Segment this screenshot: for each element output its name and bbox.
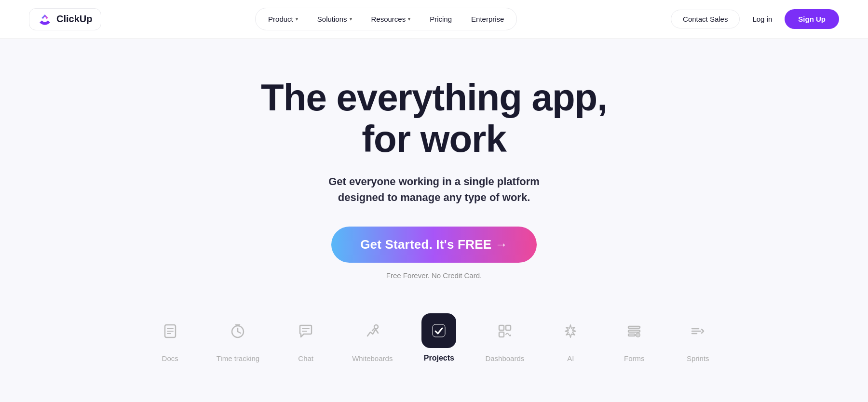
docs-icon: [162, 322, 179, 340]
tab-chat[interactable]: Chat: [274, 309, 338, 367]
svg-rect-12: [433, 324, 445, 337]
navbar: ClickUp Product ▾ Solutions ▾ Resources …: [0, 0, 868, 39]
svg-line-6: [238, 332, 241, 333]
time-tracking-label: Time tracking: [217, 354, 259, 362]
product-chevron: ▾: [296, 16, 298, 22]
ai-icon: [562, 322, 579, 340]
forms-icon: [625, 322, 643, 340]
svg-rect-15: [499, 332, 504, 337]
time-tracking-icon-wrap: [220, 314, 255, 348]
sprints-icon-wrap: [680, 314, 715, 348]
nav-pricing[interactable]: Pricing: [421, 11, 461, 27]
tab-sprints[interactable]: Sprints: [666, 309, 730, 367]
svg-rect-14: [506, 325, 511, 330]
clickup-logo-icon: [38, 13, 52, 26]
projects-icon: [430, 322, 448, 339]
whiteboards-icon: [364, 322, 381, 340]
sprints-label: Sprints: [687, 354, 709, 362]
tab-dashboards[interactable]: Dashboards: [471, 309, 539, 367]
hero-title: The everything app, for work: [261, 77, 607, 160]
login-button[interactable]: Log in: [746, 10, 779, 28]
ai-label: AI: [567, 354, 574, 362]
nav-left: ClickUp: [29, 8, 101, 30]
hero-subtitle: Get everyone working in a single platfor…: [328, 174, 540, 205]
hero-section: The everything app, for work Get everyon…: [0, 39, 868, 387]
dashboards-icon-wrap: [488, 314, 522, 348]
feature-tabs: Docs Time tracking: [10, 308, 858, 367]
docs-label: Docs: [162, 354, 178, 362]
nav-product[interactable]: Product ▾: [259, 11, 307, 27]
nav-right: Contact Sales Log in Sign Up: [671, 9, 839, 29]
tab-whiteboards[interactable]: Whiteboards: [338, 309, 407, 367]
signup-button[interactable]: Sign Up: [785, 9, 839, 29]
chat-icon: [297, 322, 314, 340]
ai-icon-wrap: [553, 314, 588, 348]
nav-solutions[interactable]: Solutions ▾: [309, 11, 361, 27]
whiteboards-label: Whiteboards: [352, 354, 393, 362]
contact-sales-button[interactable]: Contact Sales: [671, 10, 740, 28]
get-started-button[interactable]: Get Started. It's FREE →: [331, 227, 537, 263]
tab-forms[interactable]: Forms: [602, 309, 666, 367]
dashboards-label: Dashboards: [485, 354, 524, 362]
sprints-icon: [689, 322, 706, 340]
logo[interactable]: ClickUp: [29, 8, 101, 30]
chat-icon-wrap: [288, 314, 323, 348]
cta-subtext: Free Forever. No Credit Card.: [386, 271, 482, 280]
svg-rect-13: [499, 325, 504, 330]
forms-label: Forms: [624, 354, 645, 362]
svg-rect-18: [628, 334, 635, 336]
forms-icon-wrap: [617, 314, 651, 348]
projects-label: Projects: [424, 354, 454, 362]
logo-text: ClickUp: [56, 13, 92, 25]
whiteboards-icon-wrap: [355, 314, 390, 348]
tab-docs[interactable]: Docs: [138, 309, 202, 367]
nav-links: Product ▾ Solutions ▾ Resources ▾ Pricin…: [255, 8, 517, 30]
tab-projects[interactable]: Projects: [407, 308, 471, 367]
resources-chevron: ▾: [408, 16, 410, 22]
time-tracking-icon: [229, 322, 246, 340]
chat-label: Chat: [298, 354, 313, 362]
svg-rect-17: [628, 330, 640, 332]
nav-resources[interactable]: Resources ▾: [363, 11, 420, 27]
svg-rect-16: [628, 326, 640, 328]
dashboards-icon: [496, 322, 514, 340]
tab-ai[interactable]: AI: [539, 309, 602, 367]
projects-icon-wrap: [421, 313, 456, 348]
tab-time-tracking[interactable]: Time tracking: [202, 309, 274, 367]
docs-icon-wrap: [153, 314, 188, 348]
nav-enterprise[interactable]: Enterprise: [462, 11, 513, 27]
solutions-chevron: ▾: [350, 16, 352, 22]
